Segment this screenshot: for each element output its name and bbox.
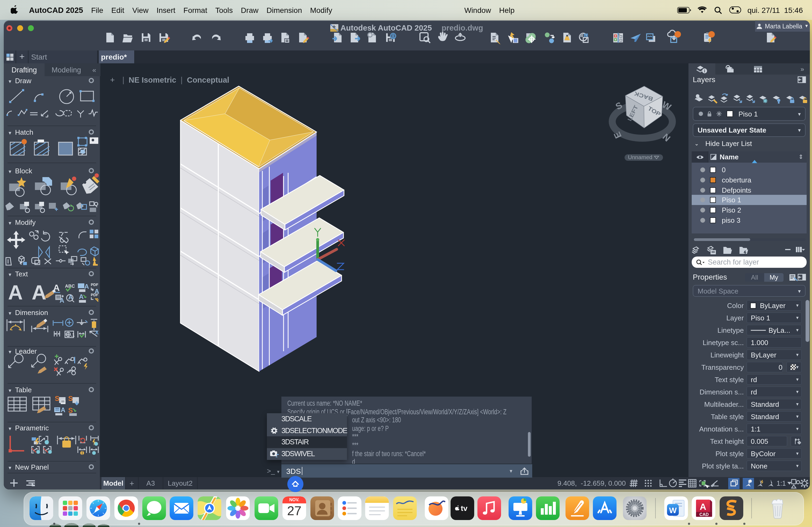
svg-text:A: A	[32, 281, 46, 304]
svg-text:S: S	[55, 394, 59, 403]
svg-text:.1: .1	[71, 332, 75, 337]
svg-text:1:1: 1:1	[777, 480, 786, 487]
svg-text:X: X	[95, 330, 99, 335]
svg-text:W: W	[669, 506, 677, 515]
svg-text:A: A	[60, 297, 64, 304]
svg-text:A: A	[68, 293, 73, 301]
svg-text:i: i	[704, 69, 705, 73]
svg-text:CAD: CAD	[699, 512, 709, 517]
svg-text:A: A	[53, 283, 60, 293]
svg-text:A: A	[79, 293, 84, 300]
svg-text:S: S	[68, 406, 73, 414]
svg-text:PDF: PDF	[91, 293, 98, 297]
svg-text:tv: tv	[461, 504, 467, 512]
svg-text:A: A	[84, 283, 89, 290]
svg-text:A: A	[700, 501, 707, 512]
svg-text:PDF: PDF	[91, 283, 98, 287]
svg-text:A: A	[8, 281, 23, 304]
svg-text:A: A	[61, 406, 65, 413]
svg-text:S: S	[68, 394, 73, 403]
svg-text:Unnamed: Unnamed	[628, 154, 652, 160]
